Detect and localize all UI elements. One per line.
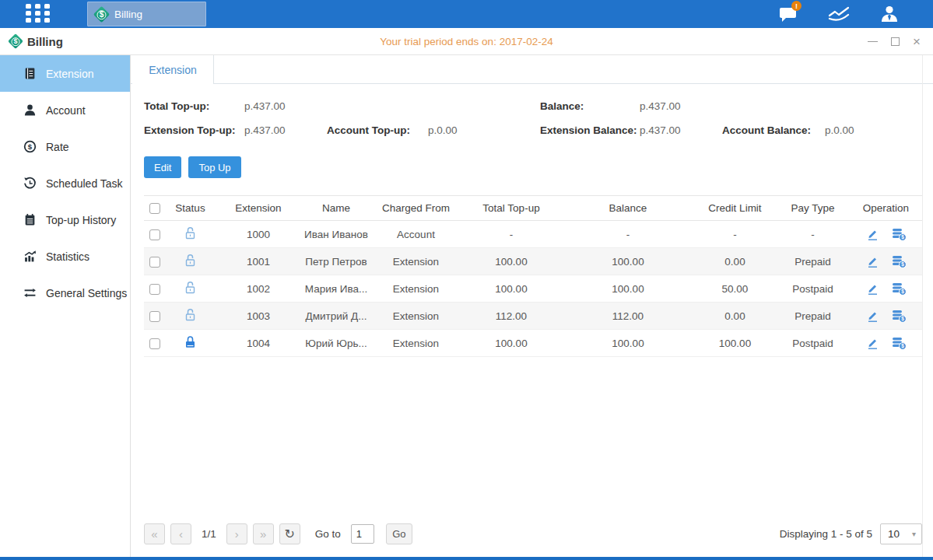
top-bar: $ Billing ! — [0, 0, 933, 28]
cell-name: Мария Ива... — [301, 275, 371, 303]
page-size-select[interactable]: 10 ▾ — [880, 523, 922, 544]
extension-balance-label: Extension Balance: — [540, 124, 640, 136]
row-checkbox[interactable] — [149, 229, 160, 240]
table-row: 1000 Иван Иванов Account - - - - $ — [144, 221, 922, 248]
edit-row-icon[interactable] — [866, 337, 879, 350]
topup-row-icon[interactable]: $ — [892, 310, 907, 323]
edit-row-icon[interactable] — [866, 255, 879, 268]
notification-badge: ! — [791, 1, 801, 11]
edit-row-icon[interactable] — [866, 282, 879, 296]
table-row: 1002 Мария Ива... Extension 100.00 100.0… — [144, 275, 922, 303]
cell-name: Иван Иванов — [301, 221, 371, 248]
cell-pay-type: Prepaid — [776, 303, 850, 330]
cell-total-topup: 112.00 — [461, 303, 562, 330]
cell-pay-type: - — [776, 221, 850, 248]
cell-total-topup: 100.00 — [461, 275, 562, 303]
sidebar-item-scheduled-task[interactable]: Scheduled Task — [0, 165, 130, 201]
summary-panel: Total Top-up: p.437.00 Balance: p.437.00… — [131, 84, 933, 142]
cell-total-topup: 100.00 — [461, 248, 562, 275]
account-balance-value: p.0.00 — [825, 124, 922, 136]
cell-charged-from: Extension — [371, 275, 461, 303]
sidebar-item-general-settings[interactable]: General Settings — [0, 275, 130, 311]
go-button[interactable]: Go — [386, 523, 412, 544]
first-page-button[interactable]: « — [144, 523, 165, 544]
bottom-edge-strip — [0, 557, 933, 560]
lock-status-icon[interactable] — [184, 281, 197, 295]
account-balance-label: Account Balance: — [722, 124, 825, 136]
sidebar-item-label: Top-up History — [46, 214, 116, 226]
cell-balance: 100.00 — [562, 248, 694, 275]
lock-status-icon[interactable] — [184, 254, 197, 268]
total-topup-label: Total Top-up: — [144, 100, 244, 112]
account-topup-value: p.0.00 — [428, 124, 540, 136]
topup-row-icon[interactable]: $ — [892, 228, 907, 241]
table-row: 1003 Дмитрий Д... Extension 112.00 112.0… — [144, 303, 922, 330]
account-person-icon — [23, 103, 37, 117]
sidebar-item-account[interactable]: Account — [0, 92, 130, 128]
sidebar-item-label: Rate — [46, 141, 69, 153]
sidebar-item-label: General Settings — [46, 287, 127, 299]
refresh-button[interactable]: ↻ — [279, 523, 300, 544]
header-status: Status — [165, 196, 216, 221]
app-launcher-icon[interactable] — [26, 4, 51, 24]
lock-status-icon[interactable] — [184, 335, 197, 349]
lock-status-icon[interactable] — [184, 226, 197, 240]
cell-total-topup: 100.00 — [461, 330, 562, 357]
svg-text:$: $ — [28, 142, 33, 151]
edit-button[interactable]: Edit — [144, 156, 181, 178]
cell-extension: 1002 — [216, 275, 301, 303]
cell-credit-limit: - — [694, 221, 776, 248]
page-indicator: 1/1 — [202, 528, 216, 540]
balance-value: p.437.00 — [640, 100, 722, 112]
taskbar-tab-billing[interactable]: $ Billing — [87, 2, 206, 26]
header-charged-from: Charged From — [371, 196, 461, 221]
edit-row-icon[interactable] — [866, 228, 879, 241]
topup-row-icon[interactable]: $ — [892, 282, 907, 296]
cell-balance: 112.00 — [562, 303, 694, 330]
lock-status-icon[interactable] — [184, 308, 197, 322]
cell-credit-limit: 100.00 — [694, 330, 776, 357]
next-page-button[interactable]: › — [226, 523, 247, 544]
last-page-button[interactable]: » — [253, 523, 274, 544]
cell-credit-limit: 0.00 — [694, 248, 776, 275]
notifications-icon[interactable]: ! — [777, 5, 799, 23]
close-button[interactable]: × — [913, 37, 921, 46]
pagination-bar: « ‹ 1/1 › » ↻ Go to Go Displaying 1 - 5 … — [131, 523, 933, 557]
sidebar-item-topup-history[interactable]: Top-up History — [0, 201, 130, 238]
cell-extension: 1001 — [216, 248, 301, 275]
table-row: 1004 Юрий Юрь... Extension 100.00 100.00… — [144, 330, 922, 357]
account-topup-label: Account Top-up: — [327, 124, 428, 136]
prev-page-button[interactable]: ‹ — [170, 523, 191, 544]
maximize-button[interactable] — [891, 37, 900, 46]
rate-dollar-icon: $ — [23, 140, 37, 153]
header-total-topup: Total Top-up — [461, 196, 562, 221]
topup-button[interactable]: Top Up — [188, 156, 240, 178]
select-all-checkbox[interactable] — [149, 203, 160, 214]
scheduled-task-clock-icon — [23, 177, 37, 190]
row-checkbox[interactable] — [149, 257, 160, 268]
tab-extension[interactable]: Extension — [132, 55, 214, 84]
sidebar-item-label: Scheduled Task — [46, 177, 123, 190]
sidebar-item-extension[interactable]: Extension — [0, 55, 130, 92]
table-row: 1001 Петр Петров Extension 100.00 100.00… — [144, 248, 922, 275]
minimize-button[interactable] — [868, 41, 878, 42]
row-checkbox[interactable] — [149, 284, 160, 295]
svg-text:$: $ — [901, 316, 904, 322]
cell-extension: 1004 — [216, 330, 301, 357]
extension-table: Status Extension Name Charged From Total… — [144, 195, 922, 357]
topup-row-icon[interactable]: $ — [892, 337, 907, 350]
sidebar-item-label: Statistics — [46, 250, 89, 263]
sidebar-item-rate[interactable]: $ Rate — [0, 128, 130, 165]
row-checkbox[interactable] — [149, 311, 160, 322]
sidebar-item-statistics[interactable]: Statistics — [0, 238, 130, 275]
main-content: Extension Total Top-up: p.437.00 Balance… — [131, 55, 933, 557]
resource-monitor-icon[interactable] — [828, 5, 850, 23]
edit-row-icon[interactable] — [866, 310, 879, 323]
topbar-icons: ! — [777, 5, 900, 23]
extension-topup-value: p.437.00 — [244, 124, 327, 136]
row-checkbox[interactable] — [149, 338, 160, 349]
user-account-icon[interactable] — [879, 5, 900, 23]
header-operation: Operation — [850, 196, 922, 221]
topup-row-icon[interactable]: $ — [892, 255, 907, 268]
goto-page-input[interactable] — [351, 524, 374, 544]
